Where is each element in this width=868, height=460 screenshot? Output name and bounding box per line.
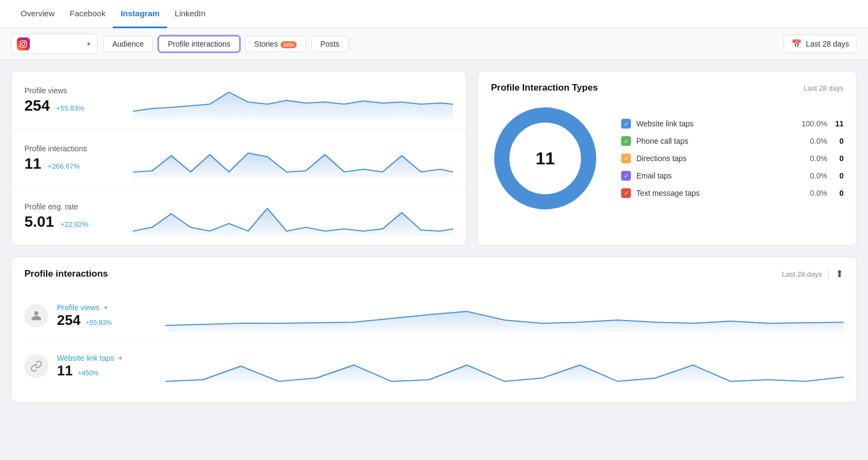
legend-count-text: 0 (833, 189, 844, 197)
svg-rect-0 (20, 41, 27, 47)
tab-stories[interactable]: Storiesbeta (245, 36, 306, 52)
series-name-views[interactable]: Profile views ▼ (57, 303, 165, 312)
sub-nav: ▼ Audience Profile interactions Storiesb… (0, 28, 868, 60)
export-button[interactable]: ⬆ (835, 268, 844, 280)
top-row: Profile views 254 +55.83% (11, 71, 857, 246)
donut-card: Profile Interaction Types Last 28 days 1… (477, 71, 857, 246)
chart-series-website (165, 350, 844, 382)
tab-profile-interactions[interactable]: Profile interactions (158, 36, 239, 52)
chevron-down-icon: ▼ (86, 41, 92, 47)
series-row-views: Profile views ▼ 254 +55.83% (24, 291, 844, 341)
legend-label-directions: Directions taps (636, 154, 795, 163)
legend-label-email: Email taps (636, 171, 795, 180)
bottom-header: Profile interactions Last 28 days ⬆ (24, 268, 844, 280)
legend-pct-email: 0.0% (800, 171, 827, 180)
chart-eng-rate (133, 197, 453, 235)
link-icon (24, 354, 48, 378)
chart-interactions (133, 139, 453, 177)
series-change-views: +55.83% (86, 319, 112, 327)
nav-overview[interactable]: Overview (13, 0, 62, 28)
series-row-website: Website link taps ▼ 11 +450% (24, 341, 844, 391)
legend-item-phone: ✓ Phone call taps 0.0% 0 (621, 136, 844, 146)
beta-badge: beta (280, 41, 296, 48)
legend-label-phone: Phone call taps (636, 137, 795, 145)
legend-pct-website: 100.0% (800, 119, 827, 128)
legend-item-website: ✓ Website link taps 100.0% 11 (621, 119, 844, 129)
donut-title: Profile Interaction Types (491, 82, 598, 93)
date-range-picker[interactable]: 📅 Last 28 days (783, 35, 857, 53)
metric-label-interactions: Profile interactions (24, 144, 133, 153)
tab-audience[interactable]: Audience (103, 36, 153, 52)
svg-point-5 (34, 311, 38, 315)
legend-icon-directions: ✓ (621, 154, 631, 163)
legend-pct-directions: 0.0% (800, 154, 827, 163)
nav-instagram[interactable]: Instagram (113, 0, 167, 28)
bottom-date-label: Last 28 days (782, 270, 822, 278)
legend-count-email: 0 (833, 171, 844, 180)
series-val-website: 11 (57, 362, 73, 379)
tab-posts[interactable]: Posts (311, 36, 349, 52)
donut-header: Profile Interaction Types Last 28 days (491, 82, 844, 93)
nav-linkedin[interactable]: LinkedIn (167, 0, 213, 28)
divider (828, 269, 829, 279)
bottom-actions: Last 28 days ⬆ (782, 268, 844, 280)
legend-count-directions: 0 (833, 154, 844, 163)
person-icon (24, 304, 48, 328)
legend-label-website: Website link taps (636, 119, 795, 128)
platform-dropdown[interactable]: ▼ (11, 34, 98, 54)
metric-info-eng-rate: Profile eng. rate 5.01 +22.02% (24, 202, 133, 231)
svg-point-1 (22, 42, 25, 46)
metric-value-interactions: 11 (24, 155, 41, 172)
top-nav: Overview Facebook Instagram LinkedIn (0, 0, 868, 28)
chart-views (133, 81, 453, 119)
legend-label-text: Text message taps (636, 189, 795, 197)
series-name-website[interactable]: Website link taps ▼ (57, 354, 165, 362)
metric-change-eng-rate: +22.02% (60, 220, 88, 228)
donut-center-value: 11 (535, 149, 555, 169)
instagram-icon (17, 37, 30, 50)
date-range-label: Last 28 days (806, 40, 849, 48)
metrics-card: Profile views 254 +55.83% (11, 71, 467, 246)
metric-value-views: 254 (24, 97, 50, 114)
donut-chart: 11 (491, 104, 599, 213)
metric-info-views: Profile views 254 +55.83% (24, 86, 133, 114)
bottom-card: Profile interactions Last 28 days ⬆ Prof… (11, 257, 857, 403)
legend-item-email: ✓ Email taps 0.0% 0 (621, 171, 844, 181)
donut-date: Last 28 days (803, 84, 844, 92)
series-val-views: 254 (57, 312, 80, 328)
series-info-website: Website link taps ▼ 11 +450% (57, 354, 165, 379)
legend-icon-email: ✓ (621, 171, 631, 181)
main-content: Profile views 254 +55.83% (0, 60, 868, 413)
legend-icon-text: ✓ (621, 188, 631, 198)
chevron-down-icon: ▼ (118, 355, 124, 361)
series-change-website: +450% (78, 369, 99, 377)
metric-row-eng-rate: Profile eng. rate 5.01 +22.02% (11, 188, 466, 245)
bottom-title: Profile interactions (24, 269, 108, 279)
legend-icon-website: ✓ (621, 119, 631, 129)
series-info-views: Profile views ▼ 254 +55.83% (57, 303, 165, 329)
calendar-icon: 📅 (792, 39, 802, 49)
legend-pct-phone: 0.0% (800, 137, 827, 145)
svg-point-2 (24, 42, 25, 43)
metric-row-interactions: Profile interactions 11 +266.67% (11, 130, 466, 188)
metric-change-views: +55.83% (56, 104, 85, 112)
chevron-down-icon: ▼ (103, 304, 109, 311)
legend-count-website: 11 (833, 119, 844, 128)
legend-item-directions: ✓ Directions taps 0.0% 0 (621, 154, 844, 163)
legend-item-text: ✓ Text message taps 0.0% 0 (621, 188, 844, 198)
metric-info-interactions: Profile interactions 11 +266.67% (24, 144, 133, 173)
donut-legend: ✓ Website link taps 100.0% 11 ✓ Phone ca… (621, 119, 844, 198)
nav-facebook[interactable]: Facebook (62, 0, 113, 28)
metric-value-eng-rate: 5.01 (24, 213, 54, 230)
donut-content: 11 ✓ Website link taps 100.0% 11 ✓ Phone… (491, 104, 844, 213)
metric-change-interactions: +266.67% (48, 162, 80, 170)
metric-label-views: Profile views (24, 86, 133, 95)
metric-label-eng-rate: Profile eng. rate (24, 202, 133, 211)
metric-row-views: Profile views 254 +55.83% (11, 72, 466, 130)
legend-pct-text: 0.0% (800, 189, 827, 197)
legend-icon-phone: ✓ (621, 136, 631, 146)
chart-series-views (165, 299, 844, 332)
legend-count-phone: 0 (833, 137, 844, 145)
